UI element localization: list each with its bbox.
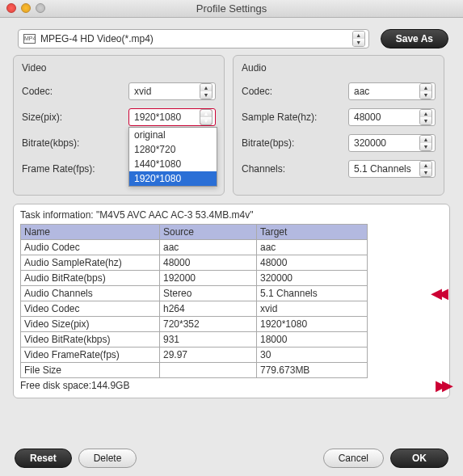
table-row: Audio Codecaacaac — [21, 240, 368, 255]
table-cell: Video FrameRate(fps) — [21, 348, 160, 363]
table-cell: Video Codec — [21, 301, 160, 317]
table-cell: 720*352 — [160, 317, 257, 332]
task-info-panel: Task information: "M4V5 AVC AAC AC-3 53.… — [13, 204, 450, 398]
video-size-option[interactable]: 1440*1080 — [129, 157, 217, 171]
task-table: Name Source Target Audio CodecaacaacAudi… — [20, 224, 368, 378]
close-icon[interactable] — [6, 3, 16, 13]
video-size-option[interactable]: original — [129, 128, 217, 142]
audio-bitrate-label: Bitrate(bps): — [242, 137, 348, 149]
table-row: Video Codech264xvid — [21, 301, 368, 317]
profile-stepper-icon[interactable]: ▲▼ — [352, 31, 365, 47]
prev-task-button[interactable]: ▶▶ — [436, 284, 448, 302]
profile-format-icon: MP4 — [23, 34, 36, 44]
audio-samplerate-label: Sample Rate(hz): — [242, 112, 348, 123]
save-as-button[interactable]: Save As — [381, 29, 448, 48]
table-cell: 931 — [160, 332, 257, 348]
video-size-label: Size(pix): — [22, 112, 128, 123]
table-cell: 1920*1080 — [257, 317, 368, 332]
table-cell: aac — [257, 240, 368, 255]
video-codec-value: xvid — [134, 86, 200, 97]
audio-channels-select[interactable]: 5.1 Channels ▲▼ — [348, 160, 436, 178]
table-cell: 48000 — [160, 255, 257, 271]
table-cell: xvid — [257, 301, 368, 317]
video-size-value: 1920*1080 — [134, 112, 200, 123]
table-cell: 192000 — [160, 271, 257, 286]
table-cell: 320000 — [257, 271, 368, 286]
table-cell: Audio Codec — [21, 240, 160, 255]
task-col-name: Name — [21, 225, 160, 240]
task-info-filename: "M4V5 AVC AAC AC-3 53.4MB.m4v" — [96, 209, 253, 221]
table-cell: Video BitRate(kbps) — [21, 332, 160, 348]
video-size-option[interactable]: 1280*720 — [129, 142, 217, 157]
audio-codec-select[interactable]: aac ▲▼ — [348, 82, 436, 100]
table-cell: Audio BitRate(bps) — [21, 271, 160, 286]
table-cell: File Size — [21, 363, 160, 378]
video-codec-label: Codec: — [22, 86, 128, 97]
video-size-option[interactable]: 1920*1080 — [129, 171, 217, 186]
reset-button[interactable]: Reset — [15, 449, 72, 468]
table-cell: 30 — [257, 348, 368, 363]
table-row: Audio BitRate(bps)192000320000 — [21, 271, 368, 286]
table-cell — [160, 363, 257, 378]
audio-bitrate-select[interactable]: 320000 ▲▼ — [348, 134, 436, 152]
chevron-updown-icon: ▲▼ — [419, 161, 432, 177]
audio-samplerate-value: 48000 — [354, 112, 419, 123]
profile-select[interactable]: MP4 MPEG-4 HD Video(*.mp4) ▲▼ — [18, 29, 369, 48]
task-info-label: Task information: "M4V5 AVC AAC AC-3 53.… — [20, 209, 443, 221]
table-cell: Audio SampleRate(hz) — [21, 255, 160, 271]
video-panel-title: Video — [22, 62, 216, 74]
table-cell: 18000 — [257, 332, 368, 348]
task-col-source: Source — [160, 225, 257, 240]
table-cell: Video Size(pix) — [21, 317, 160, 332]
video-size-select[interactable]: 1920*1080 ▲▼ original 1280*720 1440*1080… — [128, 108, 216, 126]
table-cell: Audio Channels — [21, 286, 160, 301]
audio-codec-label: Codec: — [242, 86, 348, 97]
table-cell: 5.1 Channels — [257, 286, 368, 301]
zoom-icon — [36, 3, 45, 13]
table-cell: 779.673MB — [257, 363, 368, 378]
video-size-dropdown[interactable]: original 1280*720 1440*1080 1920*1080 — [128, 127, 217, 187]
table-row: Video Size(pix)720*3521920*1080 — [21, 317, 368, 332]
table-cell: 48000 — [257, 255, 368, 271]
cancel-button[interactable]: Cancel — [323, 449, 384, 468]
ok-button[interactable]: OK — [390, 449, 448, 468]
free-disk-label: Free disk space:144.9GB — [20, 380, 443, 391]
audio-channels-label: Channels: — [242, 163, 348, 175]
window-titlebar: Profile Settings — [0, 0, 463, 18]
table-cell: aac — [160, 240, 257, 255]
task-info-prefix: Task information: — [20, 209, 96, 221]
video-panel: Video Codec: xvid ▲▼ Size(pix): 1920*108… — [13, 55, 225, 196]
minimize-icon[interactable] — [21, 3, 31, 13]
window-title: Profile Settings — [0, 2, 463, 15]
chevron-updown-icon: ▲▼ — [419, 83, 432, 99]
audio-panel: Audio Codec: aac ▲▼ Sample Rate(hz): 480… — [233, 55, 444, 196]
profile-select-value: MPEG-4 HD Video(*.mp4) — [40, 33, 352, 44]
next-task-button[interactable]: ▶▶ — [436, 377, 448, 394]
audio-panel-title: Audio — [242, 62, 436, 74]
task-col-target: Target — [257, 225, 368, 240]
chevron-updown-icon: ▲▼ — [200, 109, 213, 125]
window-traffic-lights — [6, 3, 45, 13]
table-row: Video FrameRate(fps)29.9730 — [21, 348, 368, 363]
audio-channels-value: 5.1 Channels — [354, 163, 419, 175]
table-cell: Stereo — [160, 286, 257, 301]
table-row: Audio SampleRate(hz)4800048000 — [21, 255, 368, 271]
audio-bitrate-value: 320000 — [354, 137, 419, 149]
audio-samplerate-select[interactable]: 48000 ▲▼ — [348, 108, 436, 126]
audio-codec-value: aac — [354, 86, 419, 97]
table-cell: 29.97 — [160, 348, 257, 363]
delete-button[interactable]: Delete — [78, 449, 137, 468]
video-codec-select[interactable]: xvid ▲▼ — [128, 82, 216, 100]
table-row: File Size779.673MB — [21, 363, 368, 378]
table-row: Video BitRate(kbps)93118000 — [21, 332, 368, 348]
chevron-updown-icon: ▲▼ — [200, 83, 213, 99]
table-row: Audio ChannelsStereo5.1 Channels — [21, 286, 368, 301]
chevron-updown-icon: ▲▼ — [419, 135, 432, 151]
table-cell: h264 — [160, 301, 257, 317]
chevron-updown-icon: ▲▼ — [419, 109, 432, 125]
